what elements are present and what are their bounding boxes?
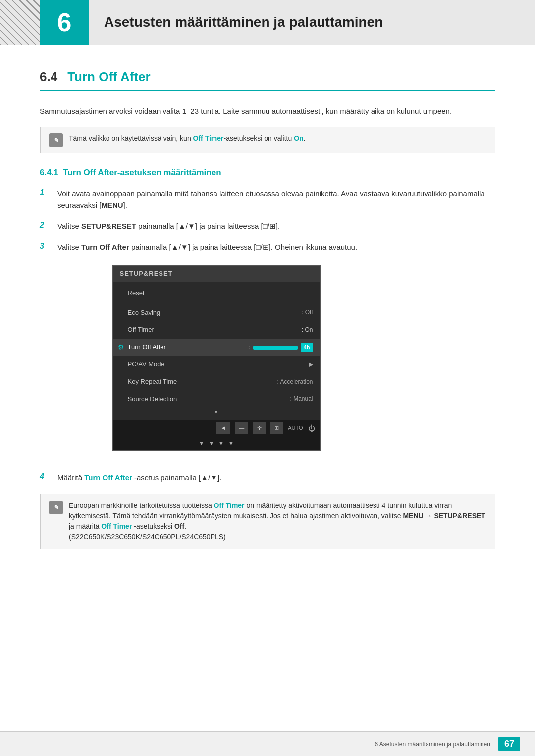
note2-arrow: → xyxy=(426,512,432,520)
footer-page-number: 67 xyxy=(498,737,520,751)
menu-mockup: SETUP&RESET Reset Eco Saving : Off xyxy=(112,265,321,451)
step-2-number: 2 xyxy=(40,220,50,230)
subsection-heading: 6.4.1 Turn Off After-asetuksen määrittäm… xyxy=(40,168,495,178)
chapter-number: 6 xyxy=(40,0,89,45)
menu-item-key-repeat-time-value: : Acceleration xyxy=(277,377,313,387)
menu-arrow-row: ▼ ▼ ▼ ▼ xyxy=(113,437,320,450)
hatch-pattern xyxy=(0,0,40,45)
menu-scroll-down: ▼ xyxy=(113,407,320,417)
toolbar-btn-left[interactable]: ◄ xyxy=(216,422,230,434)
menu-toolbar: ◄ — ✛ ⊞ AUTO ⏻ xyxy=(113,420,320,437)
note-text-2: Euroopan markkinoille tarkoitetuissa tuo… xyxy=(69,501,487,542)
menu-title-bar: SETUP&RESET xyxy=(113,266,320,282)
note-icon-2: ✎ xyxy=(49,501,63,514)
note2-highlight2: Off Timer xyxy=(101,522,132,530)
section-title: Turn Off After xyxy=(67,69,151,85)
slider-value-badge: 4h xyxy=(301,343,313,353)
menu-item-eco-saving: Eco Saving : Off xyxy=(113,304,320,322)
note1-text-after: . xyxy=(304,134,306,142)
step-3: 3 Valitse Turn Off After painamalla [▲/▼… xyxy=(40,241,495,463)
step-1: 1 Voit avata avainoppaan painamalla mitä… xyxy=(40,188,495,211)
step-2-text: Valitse SETUP&RESET painamalla [▲/▼] ja … xyxy=(57,220,280,232)
menu-item-eco-saving-name: Eco Saving xyxy=(128,308,302,318)
menu-item-source-detection-name: Source Detection xyxy=(128,394,290,404)
menu-item-turn-off-after-name: Turn Off After xyxy=(128,342,249,353)
step-1-text: Voit avata avainoppaan painamalla mitä t… xyxy=(57,188,495,211)
chapter-title: Asetusten määrittäminen ja palauttaminen xyxy=(89,14,383,30)
menu-items: Reset Eco Saving : Off Off Timer xyxy=(113,282,320,420)
intro-text: Sammutusajastimen arvoksi voidaan valita… xyxy=(40,105,495,117)
menu-item-pcav-mode-name: PC/AV Mode xyxy=(128,359,309,370)
note1-text-before: Tämä valikko on käytettävissä vain, kun xyxy=(69,134,193,142)
step-2: 2 Valitse SETUP&RESET painamalla [▲/▼] j… xyxy=(40,220,495,232)
note2-highlight1: Off Timer xyxy=(214,502,245,509)
menu-item-off-timer: Off Timer : On xyxy=(113,321,320,339)
main-content: 6.4 Turn Off After Sammutusajastimen arv… xyxy=(0,45,535,589)
page-footer: 6 Asetusten määrittäminen ja palauttamin… xyxy=(0,731,535,756)
arrow-left-sym: ▼ xyxy=(199,439,205,448)
menu-item-source-detection: Source Detection : Manual xyxy=(113,391,320,408)
note2-bold-menu: MENU xyxy=(403,512,423,520)
toolbar-power-btn[interactable]: ⏻ xyxy=(308,423,315,434)
menu-mockup-container: SETUP&RESET Reset Eco Saving : Off xyxy=(75,265,357,451)
menu-item-source-detection-value: : Manual xyxy=(290,394,313,403)
menu-item-pcav-mode-value: ▶ xyxy=(309,360,313,369)
step-4: 4 Määritä Turn Off After -asetus painama… xyxy=(40,472,495,484)
menu-item-turn-off-after: ⚙ Turn Off After : 4h xyxy=(113,339,320,356)
menu-item-turn-off-after-slider: : 4h xyxy=(248,342,313,353)
note-box-2: ✎ Euroopan markkinoille tarkoitetuissa t… xyxy=(40,494,495,549)
menu-item-pcav-mode: PC/AV Mode ▶ xyxy=(113,356,320,373)
step-1-bold: MENU xyxy=(101,201,123,209)
note1-highlight2: On xyxy=(294,134,303,142)
menu-divider-1 xyxy=(120,303,313,303)
footer-chapter-text: 6 Asetusten määrittäminen ja palauttamin… xyxy=(374,741,490,748)
menu-item-off-timer-value: : On xyxy=(302,325,313,335)
arrow-down-sym1: ▼ xyxy=(209,439,214,448)
subsection-title: Turn Off After-asetuksen määrittäminen xyxy=(63,168,221,177)
note2-model-codes: (S22C650K/S23C650K/S24C650PL/S24C650PLS) xyxy=(69,533,226,541)
note-box-1: ✎ Tämä valikko on käytettävissä vain, ku… xyxy=(40,127,495,153)
subsection-number: 6.4.1 xyxy=(40,168,58,177)
note1-highlight1: Off Timer xyxy=(193,134,224,142)
section-number: 6.4 xyxy=(40,69,57,85)
chapter-header: 6 Asetusten määrittäminen ja palauttamin… xyxy=(0,0,535,45)
toolbar-auto-label: AUTO xyxy=(288,424,303,433)
menu-item-eco-saving-value: : Off xyxy=(302,308,313,317)
note-icon-1: ✎ xyxy=(49,133,63,147)
section-heading: 6.4 Turn Off After xyxy=(40,69,495,91)
step-4-number: 4 xyxy=(40,472,50,481)
step-3-number: 3 xyxy=(40,241,50,251)
step-3-text: Valitse Turn Off After painamalla [▲/▼] … xyxy=(57,241,357,463)
menu-item-key-repeat-time-name: Key Repeat Time xyxy=(128,377,277,387)
slider-colon: : xyxy=(248,342,250,353)
gear-icon: ⚙ xyxy=(118,342,124,353)
step-4-bold: Turn Off After xyxy=(84,473,132,482)
arrow-down-sym3: ▼ xyxy=(228,439,234,448)
scroll-down-arrow: ▼ xyxy=(214,408,219,416)
note1-text-mid: -asetukseksi on valittu xyxy=(224,134,294,142)
toolbar-btn-plus[interactable]: ✛ xyxy=(253,422,266,434)
menu-item-reset-name: Reset xyxy=(128,288,313,299)
step-1-number: 1 xyxy=(40,188,50,197)
menu-item-off-timer-name: Off Timer xyxy=(128,325,302,335)
note2-bold-off: Off xyxy=(174,522,184,530)
step-2-bold: SETUP&RESET xyxy=(81,222,136,230)
menu-item-reset: Reset xyxy=(113,285,320,302)
toolbar-btn-minus[interactable]: — xyxy=(235,422,248,434)
step-3-bold: Turn Off After xyxy=(81,243,129,251)
menu-item-key-repeat-time: Key Repeat Time : Acceleration xyxy=(113,373,320,391)
toolbar-btn-enter[interactable]: ⊞ xyxy=(270,422,283,434)
note2-bold-setup: SETUP&RESET xyxy=(434,512,485,520)
arrow-down-sym2: ▼ xyxy=(218,439,224,448)
slider-bar xyxy=(253,346,298,350)
steps-list: 1 Voit avata avainoppaan painamalla mitä… xyxy=(40,188,495,484)
note-text-1: Tämä valikko on käytettävissä vain, kun … xyxy=(69,133,306,144)
step-4-text: Määritä Turn Off After -asetus painamall… xyxy=(57,472,221,484)
